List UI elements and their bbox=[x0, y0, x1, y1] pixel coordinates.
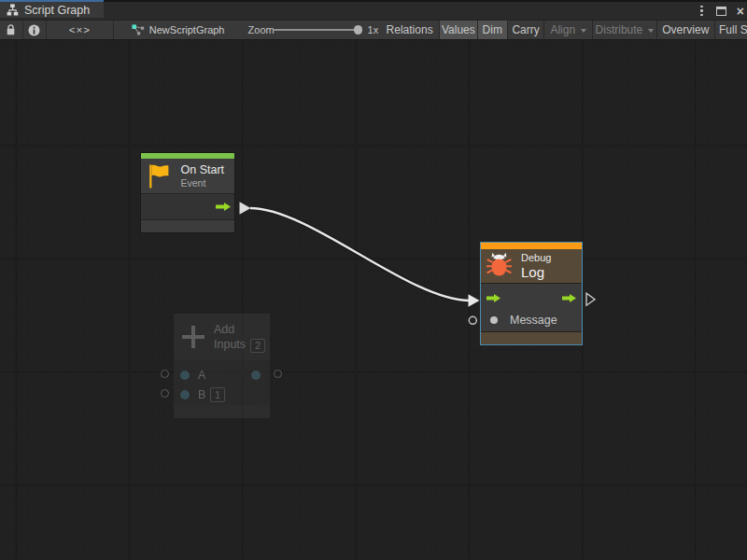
node-debug-log[interactable]: Debug Log Message bbox=[480, 242, 583, 346]
node-subtitle: Event bbox=[181, 177, 225, 189]
port-b-value-field[interactable]: 1 bbox=[210, 387, 225, 402]
close-icon[interactable]: × bbox=[737, 7, 744, 16]
unconnected-output-hint-triangle bbox=[586, 293, 595, 305]
bug-icon bbox=[486, 252, 512, 279]
lock-button[interactable] bbox=[0, 21, 23, 39]
connection-start-arrow bbox=[240, 202, 251, 215]
connection-on-start-to-log[interactable] bbox=[250, 208, 470, 301]
connection-layer bbox=[0, 40, 747, 560]
node-footer bbox=[481, 331, 582, 344]
node-title: Log bbox=[521, 264, 551, 280]
graph-asset-name: NewScriptGraph bbox=[149, 24, 225, 35]
script-graph-window: Script Graph × <×> bbox=[0, 0, 747, 560]
chevron-down-icon bbox=[581, 29, 586, 33]
tab-title: Script Graph bbox=[24, 4, 90, 17]
port-b-label: B bbox=[198, 388, 205, 401]
node-add-inputs-ghost[interactable]: Add Inputs 2 A B 1 bbox=[174, 314, 270, 418]
flag-icon bbox=[148, 163, 169, 189]
connection-shadow bbox=[250, 208, 470, 301]
toolbar-button-values[interactable]: Values bbox=[440, 21, 478, 39]
info-button[interactable] bbox=[23, 21, 47, 39]
maximize-icon[interactable] bbox=[716, 7, 726, 16]
control-output-port-icon[interactable] bbox=[216, 203, 231, 211]
node-footer bbox=[141, 220, 234, 231]
node-title-line2: Inputs bbox=[214, 337, 246, 352]
csharp-preview-button[interactable]: <×> bbox=[47, 21, 114, 39]
graph-hierarchy-icon bbox=[7, 4, 19, 16]
control-input-port-icon[interactable] bbox=[486, 294, 500, 302]
zoom-label: Zoom bbox=[248, 24, 275, 35]
toolbar-button-dim[interactable]: Dim bbox=[478, 21, 508, 39]
value-input-port-icon[interactable] bbox=[490, 316, 498, 324]
info-icon bbox=[28, 24, 40, 36]
node-category: Debug bbox=[521, 251, 551, 264]
zoom-slider[interactable] bbox=[273, 25, 359, 35]
window-menu-icon[interactable] bbox=[698, 4, 706, 19]
tab-bar: Script Graph × bbox=[0, 0, 747, 20]
code-icon: <×> bbox=[69, 24, 91, 35]
value-input-label: Message bbox=[510, 314, 557, 327]
port-a-label: A bbox=[198, 369, 205, 382]
script-graph-asset-icon bbox=[132, 24, 145, 35]
port-hint-ring bbox=[161, 370, 169, 378]
node-on-start[interactable]: On Start Event bbox=[140, 152, 235, 233]
graph-canvas[interactable]: On Start Event bbox=[0, 40, 747, 560]
node-footer bbox=[174, 405, 270, 418]
toolbar-button-carry[interactable]: Carry bbox=[508, 21, 544, 39]
toolbar-button-align[interactable]: Align bbox=[544, 21, 593, 39]
graph-asset-breadcrumb[interactable]: NewScriptGraph bbox=[114, 21, 247, 39]
control-output-port-icon[interactable] bbox=[562, 294, 576, 302]
value-input-port-icon[interactable] bbox=[180, 371, 190, 380]
port-hint-ring bbox=[161, 389, 169, 398]
graph-toolbar: <×> NewScriptGraph Zoom 1x Relations Val… bbox=[0, 20, 747, 40]
zoom-control: Zoom 1x bbox=[247, 21, 381, 39]
value-output-port-icon[interactable] bbox=[251, 371, 261, 380]
inputs-count-field[interactable]: 2 bbox=[250, 339, 265, 353]
toolbar-button-relations[interactable]: Relations bbox=[380, 21, 440, 39]
chevron-down-icon bbox=[648, 29, 654, 33]
value-input-port-icon[interactable] bbox=[180, 390, 190, 399]
plus-icon bbox=[182, 326, 204, 348]
port-hint-ring bbox=[274, 370, 282, 378]
node-title-line1: Add bbox=[214, 322, 246, 337]
connection-end-arrow bbox=[469, 294, 480, 307]
toolbar-button-distribute[interactable]: Distribute bbox=[593, 21, 656, 39]
node-accent-strip bbox=[481, 243, 582, 249]
toolbar-button-overview[interactable]: Overview bbox=[657, 21, 715, 39]
zoom-slider-handle[interactable] bbox=[354, 25, 363, 35]
tab-script-graph[interactable]: Script Graph bbox=[0, 0, 104, 18]
zoom-value: 1x bbox=[368, 24, 379, 35]
lock-icon bbox=[6, 24, 16, 35]
node-title: On Start bbox=[181, 163, 225, 177]
unconnected-input-hint-ring bbox=[469, 316, 476, 324]
zoom-slider-track bbox=[274, 29, 359, 31]
toolbar-button-fullscreen[interactable]: Full S bbox=[715, 21, 747, 39]
